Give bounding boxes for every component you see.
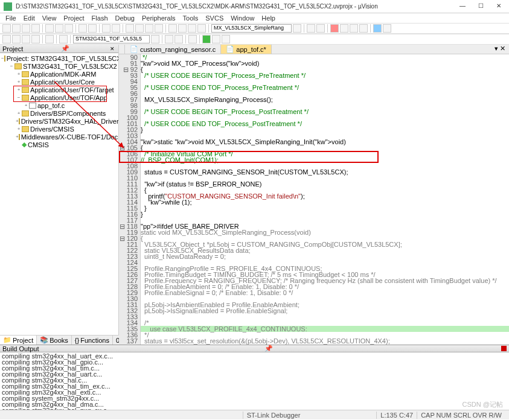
project-panel-header: Project 📌 ✕: [0, 45, 118, 53]
code-editor[interactable]: 9091⊟ 9293949596979899100101102103104⊟ 1…: [119, 54, 509, 345]
tree-folder[interactable]: Application/User/Core: [30, 78, 95, 86]
project-panel-tabs: 📁Project 📚Books {}Functions 0.Templates: [0, 335, 118, 345]
menu-edit[interactable]: Edit: [21, 14, 38, 22]
trace-icon[interactable]: [359, 24, 368, 33]
bookmark-clear-icon[interactable]: [155, 24, 163, 33]
search-icon[interactable]: [383, 24, 391, 33]
menu-svcs[interactable]: SVCS: [202, 14, 226, 22]
maximize-button[interactable]: ☐: [474, 2, 487, 11]
build-close-icon[interactable]: [501, 346, 507, 351]
tree-folder[interactable]: Middlewares/X-CUBE-TOF1/Documentation: [21, 133, 118, 141]
tab-functions[interactable]: {}Functions: [72, 336, 113, 345]
tab-project[interactable]: 📁Project: [0, 336, 37, 345]
save-all-icon[interactable]: [31, 24, 40, 33]
find-icon[interactable]: [293, 24, 301, 33]
nav-fwd-icon[interactable]: [112, 24, 120, 33]
manage-icon[interactable]: [165, 35, 173, 43]
bookmark-prev-icon[interactable]: [135, 24, 144, 33]
paste-icon[interactable]: [65, 24, 73, 33]
breakpoint-icon[interactable]: [316, 24, 325, 33]
menu-bar: File Edit View Project Flash Debug Perip…: [0, 13, 509, 23]
menu-file[interactable]: File: [2, 14, 19, 22]
project-tree[interactable]: −Project: STM32G431_TOF_VL53L5CX2 −STM32…: [0, 53, 118, 335]
status-debugger: ST-Link Debugger: [243, 412, 304, 419]
new-file-icon[interactable]: [2, 24, 11, 33]
download-icon[interactable]: [59, 35, 68, 43]
help-icon[interactable]: [222, 35, 230, 43]
tree-root[interactable]: Project: STM32G431_TOF_VL53L5CX2: [7, 55, 118, 62]
minimize-button[interactable]: —: [456, 2, 469, 11]
build-icon[interactable]: [12, 35, 21, 43]
target-combo[interactable]: STM32G431_TOF_VL53L5: [73, 35, 150, 43]
pin-icon[interactable]: 📌: [61, 45, 69, 52]
tab-list-icon[interactable]: [119, 45, 125, 54]
indent-icon[interactable]: [168, 24, 177, 33]
menu-peripherals[interactable]: Peripherals: [139, 14, 179, 22]
open-file-icon[interactable]: [12, 24, 21, 33]
find-combo[interactable]: MX_VL53L5CX_SimpleRang: [211, 24, 292, 33]
status-position: L:135 C:47: [376, 412, 417, 419]
rte-icon[interactable]: [202, 35, 211, 43]
bookmark-next-icon[interactable]: [145, 24, 153, 33]
comment-icon[interactable]: [188, 24, 196, 33]
menu-tools[interactable]: Tools: [180, 14, 202, 22]
nav-back-icon[interactable]: [102, 24, 110, 33]
code-body[interactable]: */"kw">void MX_TOF_Process("kw">void){ /…: [141, 54, 509, 345]
copy-icon[interactable]: [55, 24, 63, 33]
menu-project[interactable]: Project: [60, 14, 87, 22]
bookmark-icon[interactable]: [126, 24, 134, 33]
menu-help[interactable]: Help: [258, 14, 278, 22]
window-icon[interactable]: [373, 24, 382, 33]
books-icon[interactable]: [174, 35, 183, 43]
status-caps: CAP NUM SCRL OVR R/W: [417, 412, 505, 419]
tree-folder[interactable]: Application/User/TOF/App: [30, 94, 107, 101]
build-output[interactable]: compiling stm32g4xx_hal_uart_ex.c...comp…: [0, 352, 509, 410]
record-icon[interactable]: [330, 24, 339, 33]
stop-build-icon[interactable]: [45, 35, 54, 43]
title-bar: D:\STM32\STM32G431_TOF_VL53L5CX\STM32G43…: [0, 0, 509, 13]
close-button[interactable]: ✕: [492, 2, 505, 11]
outdent-icon[interactable]: [178, 24, 187, 33]
watermark: CSDN @记帖: [463, 400, 503, 409]
build-panel: Build Output 📌 compiling stm32g4xx_hal_u…: [0, 345, 509, 410]
tab-books[interactable]: 📚Books: [37, 336, 72, 345]
menu-debug[interactable]: Debug: [112, 14, 138, 22]
rebuild-icon[interactable]: [22, 35, 30, 43]
tree-file[interactable]: app_tof.c: [37, 102, 65, 109]
cut-icon[interactable]: [45, 24, 54, 33]
pin-icon[interactable]: 📌: [264, 345, 273, 352]
tree-folder[interactable]: Drivers/BSP/Components: [30, 110, 106, 117]
tree-folder[interactable]: Application/User/TOF/Target: [30, 86, 114, 94]
tree-cmsis[interactable]: CMSIS: [28, 141, 49, 148]
undo-icon[interactable]: [78, 24, 87, 33]
stop-icon[interactable]: [340, 24, 348, 33]
pack-icon[interactable]: [188, 35, 197, 43]
editor-tab-active[interactable]: 📄app_tof.c*: [221, 45, 272, 54]
menu-view[interactable]: View: [39, 14, 60, 22]
tree-folder[interactable]: Application/MDK-ARM: [30, 71, 96, 78]
build-panel-header: Build Output 📌: [0, 345, 509, 352]
tree-target[interactable]: STM32G431_TOF_VL53L5CX2: [23, 63, 117, 70]
menu-window[interactable]: Window: [228, 14, 257, 22]
translate-icon[interactable]: [2, 35, 11, 43]
uncomment-icon[interactable]: [197, 24, 206, 33]
config-icon[interactable]: [212, 35, 220, 43]
save-icon[interactable]: [22, 24, 30, 33]
options-icon[interactable]: [151, 35, 159, 43]
tree-folder[interactable]: Drivers/STM32G4xx_HAL_Driver: [21, 118, 118, 125]
editor-tabs-close-icon[interactable]: ▾ ✕: [491, 45, 509, 54]
toolbar-build: STM32G431_TOF_VL53L5: [0, 34, 509, 45]
editor-tab[interactable]: 📄custom_ranging_sensor.c: [125, 45, 221, 54]
window-title: D:\STM32\STM32G431_TOF_VL53L5CX\STM32G43…: [16, 3, 456, 10]
batch-build-icon[interactable]: [31, 35, 40, 43]
project-panel-title: Project: [2, 45, 23, 52]
redo-icon[interactable]: [88, 24, 97, 33]
editor-tabs: 📄custom_ranging_sensor.c 📄app_tof.c* ▾ ✕: [119, 45, 509, 54]
panel-close-icon[interactable]: ✕: [110, 46, 116, 52]
menu-flash[interactable]: Flash: [89, 14, 111, 22]
analyzer-icon[interactable]: [350, 24, 358, 33]
app-icon: [4, 2, 12, 11]
line-gutter: 9091⊟ 9293949596979899100101102103104⊟ 1…: [119, 54, 141, 345]
debug-icon[interactable]: [307, 24, 315, 33]
tree-folder[interactable]: Drivers/CMSIS: [30, 126, 74, 133]
